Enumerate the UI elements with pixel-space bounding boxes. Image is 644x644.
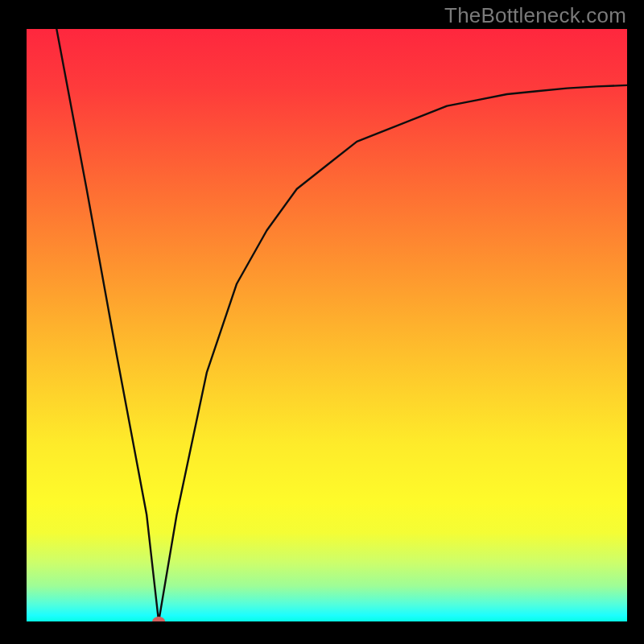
watermark-text: TheBottleneck.com (444, 3, 626, 28)
chart-container: TheBottleneck.com (0, 0, 644, 644)
plot-area (27, 29, 627, 621)
gradient-background (27, 29, 627, 621)
